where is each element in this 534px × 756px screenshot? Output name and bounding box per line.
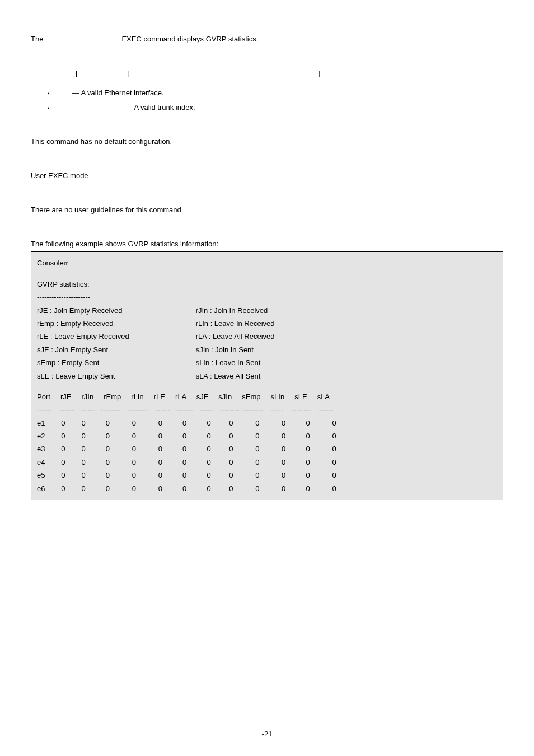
legend-row-6: sLE : Leave Empty Sent sLA : Leave All S…	[37, 370, 497, 382]
dashes: ----------------------	[37, 291, 497, 304]
paragraph-mode: User EXEC mode	[31, 170, 503, 182]
table-row: e1 0 0 0 0 0 0 0 0 0 0 0 0	[37, 417, 497, 430]
legend-row-4: sJE : Join Empty Sent sJIn : Join In Sen…	[37, 343, 497, 356]
legend-l2b: rLIn : Leave In Received	[196, 317, 275, 330]
intro-row: The EXEC command displays GVRP statistic…	[31, 34, 503, 45]
intro-right: EXEC command displays GVRP statistics.	[121, 34, 258, 45]
legend-l2a: rEmp : Empty Received	[37, 317, 194, 330]
legend-l3b: rLA : Leave All Received	[196, 330, 275, 343]
legend-l6b: sLA : Leave All Sent	[196, 370, 261, 382]
legend-l3a: rLE : Leave Empty Received	[37, 330, 194, 343]
legend-l5a: sEmp : Empty Sent	[37, 356, 194, 369]
paragraph-example-intro: The following example shows GVRP statist…	[31, 239, 503, 250]
table-row: e5 0 0 0 0 0 0 0 0 0 0 0 0	[37, 469, 497, 482]
legend-row-2: rEmp : Empty Received rLIn : Leave In Re…	[37, 317, 497, 330]
intro-left: The	[31, 34, 43, 45]
legend-row-5: sEmp : Empty Sent sLIn : Leave In Sent	[37, 356, 497, 369]
example-box: Console# GVRP statistics: --------------…	[31, 251, 503, 500]
bullet-text-1: — A valid Ethernet interface.	[72, 87, 164, 99]
legend-l5b: sLIn : Leave In Sent	[196, 356, 261, 369]
legend-l1b: rJIn : Join In Received	[196, 304, 268, 317]
paragraph-default-config: This command has no default configuratio…	[31, 136, 503, 148]
table-header: Port rJE rJIn rEmp rLIn rLE rLA sJE sJIn…	[37, 390, 497, 403]
page-number: -21	[0, 729, 534, 740]
bullet-list: ▪ — A valid Ethernet interface. ▪ — A va…	[31, 87, 503, 114]
table-separator: ------ ------ ------ -------- -------- -…	[37, 403, 497, 416]
legend-l4b: sJIn : Join In Sent	[196, 343, 254, 356]
table-row: e2 0 0 0 0 0 0 0 0 0 0 0 0	[37, 430, 497, 442]
syntax-pipe: |	[89, 68, 167, 80]
list-item: ▪ — A valid trunk index.	[48, 102, 503, 114]
bullet-text-2: — A valid trunk index.	[72, 102, 195, 114]
table-row: e3 0 0 0 0 0 0 0 0 0 0 0 0	[37, 442, 497, 455]
legend-l6a: sLE : Leave Empty Sent	[37, 370, 194, 382]
console-prompt: Console#	[37, 256, 497, 269]
syntax-row: [ | ]	[31, 68, 503, 80]
legend-l1a: rJE : Join Empty Received	[37, 304, 194, 317]
list-item: ▪ — A valid Ethernet interface.	[48, 87, 503, 99]
bullet-icon: ▪	[48, 89, 50, 99]
table-row: e4 0 0 0 0 0 0 0 0 0 0 0 0	[37, 456, 497, 469]
legend-row-3: rLE : Leave Empty Received rLA : Leave A…	[37, 330, 497, 343]
legend-row-1: rJE : Join Empty Received rJIn : Join In…	[37, 304, 497, 317]
gvrp-stats-title: GVRP statistics:	[37, 278, 497, 291]
bullet-icon: ▪	[48, 104, 50, 114]
paragraph-guidelines: There are no user guidelines for this co…	[31, 204, 503, 216]
table-row: e6 0 0 0 0 0 0 0 0 0 0 0 0	[37, 482, 497, 495]
syntax-rbracket: ]	[169, 68, 320, 80]
legend-l4a: sJE : Join Empty Sent	[37, 343, 194, 356]
syntax-lbracket: [	[76, 68, 87, 80]
